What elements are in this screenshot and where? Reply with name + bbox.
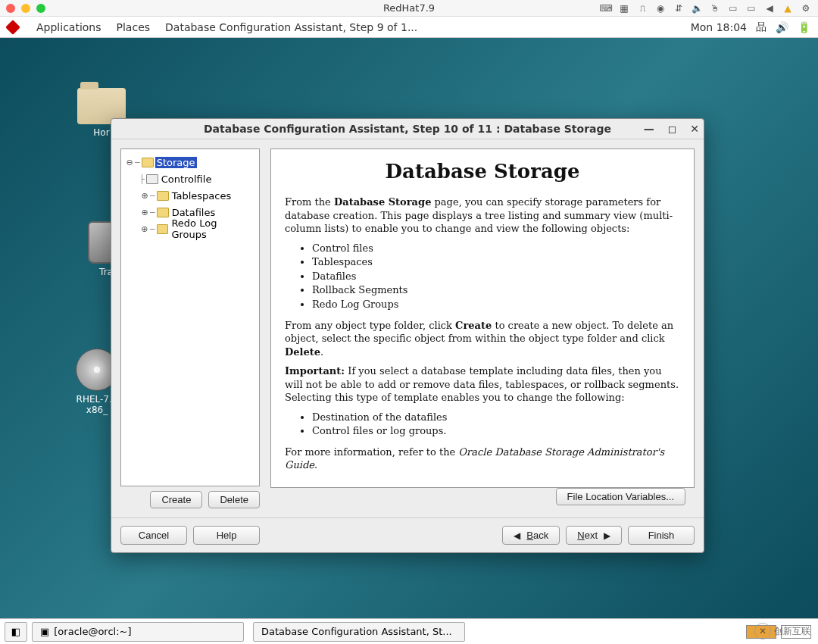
tree-item-label: Datafiles [170, 207, 217, 218]
watermark-logo-icon: ✕ [754, 623, 771, 639]
list-item: Redo Log Groups [312, 298, 680, 311]
folder-icon [157, 224, 169, 234]
file-location-variables-button[interactable]: File Location Variables... [556, 488, 685, 505]
back-button[interactable]: ◀ Back [502, 526, 560, 545]
dialog-footer: Cancel Help ◀ Back Next ▶ Finish [111, 517, 704, 552]
cancel-button[interactable]: Cancel [120, 526, 187, 545]
clock[interactable]: Mon 18:04 [691, 21, 747, 33]
list-item: Tablespaces [312, 255, 680, 269]
volume-icon[interactable]: 🔊 [776, 21, 788, 33]
menu-places[interactable]: Places [117, 21, 151, 33]
chevron-right-icon: ▶ [604, 530, 610, 541]
tree-item-label: Redo Log Groups [170, 217, 256, 240]
keyboard-icon[interactable]: ⌨ [600, 3, 612, 14]
list-item: Control files or log groups. [312, 424, 680, 438]
help-button[interactable]: Help [193, 526, 260, 545]
tree-item-controlfile[interactable]: ├ Controlfile [124, 170, 256, 187]
taskbar: ◧ ▣ [oracle@orcl:~] Database Configurati… [0, 618, 818, 644]
taskbar-dbca[interactable]: Database Configuration Assistant, St... [253, 622, 465, 642]
battery-icon[interactable]: 🔋 [798, 21, 810, 33]
file-icon [146, 174, 158, 184]
mouse-icon[interactable]: 🖱 [709, 3, 721, 14]
terminal-icon: ▣ [40, 626, 49, 637]
back-icon[interactable]: ◀ [763, 3, 776, 14]
window-maximize-icon[interactable]: ◻ [668, 123, 677, 135]
content-paragraph: Important: If you select a database temp… [285, 364, 680, 405]
content-paragraph: From any object type folder, click Creat… [285, 319, 680, 359]
dbca-dialog: Database Configuration Assistant, Step 1… [111, 118, 704, 553]
dialog-title: Database Configuration Assistant, Step 1… [204, 123, 611, 135]
tree-item-label: Controlfile [160, 174, 214, 185]
redhat-logo-icon [5, 20, 20, 35]
network-status-icon[interactable]: 品 [756, 20, 766, 34]
list-item: Datafiles [312, 270, 680, 283]
display-icon[interactable]: ▭ [727, 3, 739, 14]
content-paragraph: For more information, refer to the Oracl… [285, 445, 680, 472]
chip-icon[interactable]: ▦ [618, 3, 630, 14]
tree-item-tablespaces[interactable]: ⊕ ─ Tablespaces [124, 187, 256, 204]
watermark-text: 创新互联 [774, 625, 810, 638]
show-desktop-button[interactable]: ◧ [5, 622, 27, 642]
sound-icon[interactable]: 🔈 [691, 3, 703, 14]
mac-titlebar: RedHat7.9 ⌨ ▦ ⎍ ◉ ⇵ 🔈 🖱 ▭ ▭ ◀ ▲ ⚙ [0, 0, 818, 17]
network-icon[interactable]: ⇵ [673, 3, 685, 14]
finish-button[interactable]: Finish [628, 526, 695, 545]
window-minimize-icon[interactable]: — [644, 123, 654, 135]
usb-icon[interactable]: ⎍ [636, 3, 648, 14]
gear-icon[interactable]: ⚙ [800, 3, 812, 14]
warning-icon[interactable]: ▲ [782, 3, 794, 14]
displays-icon[interactable]: ▭ [745, 3, 757, 14]
tree-expand-icon[interactable]: ⊕ [139, 191, 150, 201]
tree-collapse-icon[interactable]: ⊖ [124, 158, 135, 167]
watermark: ✕ 创新互联 [754, 623, 810, 639]
tree-item-redolog[interactable]: ⊕ ─ Redo Log Groups [124, 220, 256, 237]
storage-tree[interactable]: ⊖ ─ Storage ├ Controlfile ⊕ ─ Tablespace… [120, 148, 260, 486]
content-paragraph: From the Database Storage page, you can … [285, 195, 680, 236]
next-button[interactable]: Next ▶ [566, 526, 622, 545]
content-heading: Database Storage [285, 158, 680, 185]
tree-panel: ⊖ ─ Storage ├ Controlfile ⊕ ─ Tablespace… [120, 148, 260, 508]
mac-toolbar-icons: ⌨ ▦ ⎍ ◉ ⇵ 🔈 🖱 ▭ ▭ ◀ ▲ ⚙ [600, 3, 812, 14]
list-item: Control files [312, 242, 680, 255]
tree-root-label[interactable]: Storage [155, 157, 197, 168]
gnome-top-bar: Applications Places Database Configurati… [0, 17, 818, 38]
tree-expand-icon[interactable]: ⊕ [139, 224, 150, 234]
window-close-icon[interactable]: ✕ [690, 123, 699, 135]
chevron-left-icon: ◀ [514, 530, 520, 541]
taskbar-dbca-label: Database Configuration Assistant, St... [261, 626, 452, 637]
content-panel: Database Storage From the Database Stora… [270, 148, 695, 488]
taskbar-terminal-label: [oracle@orcl:~] [54, 626, 131, 637]
content-list: Control files Tablespaces Datafiles Roll… [312, 242, 680, 311]
active-app-title[interactable]: Database Configuration Assistant, Step 9… [165, 21, 417, 33]
tree-item-label: Tablespaces [170, 190, 233, 202]
disc-icon[interactable]: ◉ [654, 3, 667, 14]
tree-expand-icon[interactable]: ⊕ [139, 208, 150, 217]
delete-button[interactable]: Delete [208, 491, 260, 508]
list-item: Destination of the datafiles [312, 411, 680, 424]
content-list: Destination of the datafiles Control fil… [312, 411, 680, 438]
menu-applications[interactable]: Applications [36, 21, 101, 33]
list-item: Rollback Segments [312, 283, 680, 297]
folder-icon [157, 191, 169, 201]
folder-icon [157, 208, 169, 217]
tree-root[interactable]: ⊖ ─ Storage [124, 154, 256, 170]
folder-icon [142, 158, 154, 167]
dialog-titlebar[interactable]: Database Configuration Assistant, Step 1… [111, 119, 704, 139]
taskbar-terminal[interactable]: ▣ [oracle@orcl:~] [32, 622, 244, 642]
create-button[interactable]: Create [150, 491, 202, 508]
